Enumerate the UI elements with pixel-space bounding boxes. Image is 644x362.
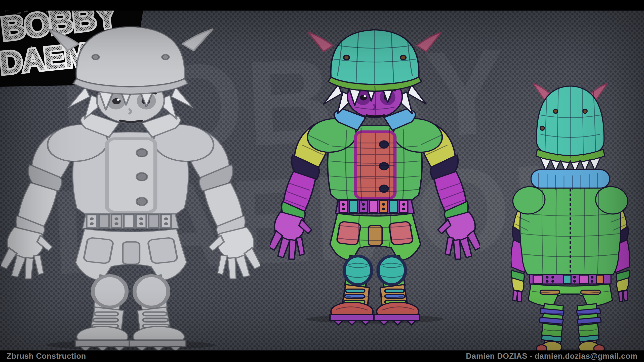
footer-right-credit: Damien DOZIAS - damien.dozias@gmail.com (466, 352, 637, 361)
polypaint-wireframe-figure-back (511, 70, 630, 350)
polypaint-wireframe-figure-front (270, 17, 480, 326)
footer-left-label: Zbrush Construction (7, 352, 86, 361)
zbrush-sculpt-figure-front (1, 13, 260, 350)
bottom-credit-bar: Zbrush Construction Damien DOZIAS - dami… (0, 350, 644, 362)
halftone-canvas: BOBBY DAEMON BOBBY DAEMON (0, 11, 644, 350)
artwork-stage: BOBBY DAEMON BOBBY DAEMON (0, 0, 644, 362)
top-letterbox-bar (0, 0, 644, 11)
